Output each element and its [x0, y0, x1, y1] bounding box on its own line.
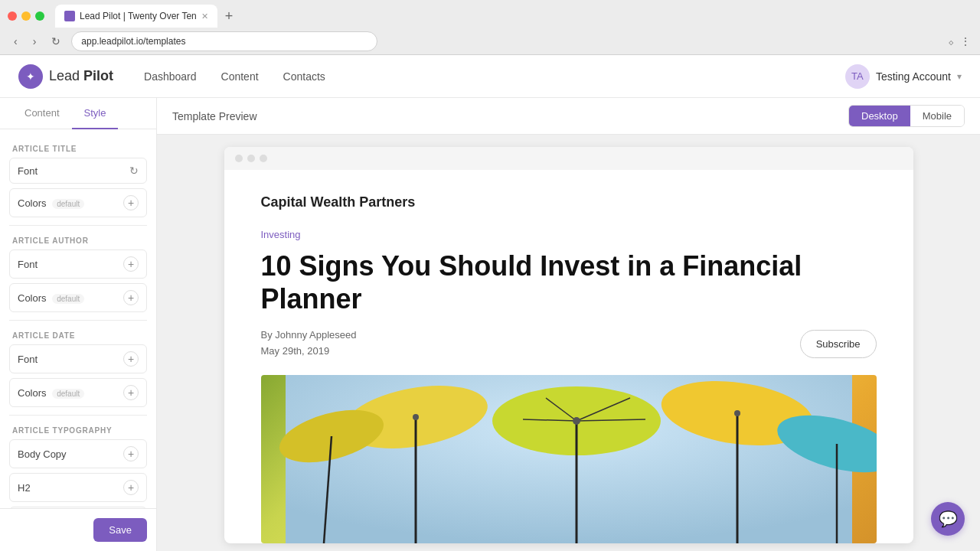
preview-dot-2: [247, 155, 255, 162]
browser-actions: ⬦ ⋮: [948, 35, 971, 47]
tab-title: Lead Pilot | Twenty Over Ten: [80, 11, 197, 21]
article-author-colors-plus[interactable]: +: [123, 290, 139, 305]
article-author-font-row[interactable]: Font +: [9, 249, 147, 279]
article-date-font-row[interactable]: Font +: [9, 344, 147, 373]
panel-body: ARTICLE TITLE Font ↻ Colors default + AR…: [0, 129, 156, 508]
article-preview: Capital Wealth Partners Investing 10 Sig…: [224, 170, 913, 543]
svg-point-17: [413, 414, 419, 420]
article-author-colors-badge: default: [52, 294, 84, 304]
h2-row[interactable]: H2 +: [9, 473, 147, 502]
body-copy-row[interactable]: Body Copy +: [9, 439, 147, 468]
section-article-author-label: ARTICLE AUTHOR: [9, 230, 147, 249]
content-area: Template Preview Desktop Mobile Capital …: [157, 98, 980, 551]
save-button[interactable]: Save: [93, 518, 147, 542]
tab-favicon: [64, 11, 75, 21]
article-meta: By Johnny Appleseed May 29th, 2019 Subsc…: [261, 328, 877, 360]
section-article-date-label: ARTICLE DATE: [9, 325, 147, 344]
article-date-colors-row[interactable]: Colors default +: [9, 378, 147, 407]
preview-area: Capital Wealth Partners Investing 10 Sig…: [157, 135, 980, 551]
close-dot[interactable]: [8, 11, 17, 21]
body-copy-label: Body Copy: [18, 448, 67, 460]
minimize-dot[interactable]: [21, 11, 31, 21]
window-controls: [8, 11, 44, 21]
article-title-font-label: Font: [18, 165, 38, 177]
nav-contacts[interactable]: Contacts: [283, 70, 325, 83]
tab-bar: Lead Pilot | Twenty Over Ten ✕ +: [0, 0, 980, 28]
user-name: Testing Account: [876, 70, 951, 83]
article-date-colors-plus[interactable]: +: [123, 385, 139, 400]
article-author-colors-label: Colors default: [18, 292, 84, 304]
article-title-colors-badge: default: [52, 199, 84, 209]
preview-dot-3: [260, 155, 267, 162]
fullscreen-dot[interactable]: [35, 11, 44, 21]
tab-style[interactable]: Style: [72, 98, 119, 129]
tab-content[interactable]: Content: [12, 98, 72, 129]
article-title-colors-row[interactable]: Colors default +: [9, 188, 147, 217]
chat-icon: 💬: [939, 510, 958, 528]
article-image: [261, 375, 877, 543]
app: Lead Pilot Dashboard Content Contacts TA…: [0, 55, 980, 551]
h2-label: H2: [18, 482, 31, 494]
content-header: Template Preview Desktop Mobile: [157, 98, 980, 135]
browser-tab[interactable]: Lead Pilot | Twenty Over Ten ✕: [55, 5, 217, 28]
h2-plus[interactable]: +: [123, 480, 139, 495]
article-date-font-label: Font: [18, 354, 38, 365]
new-tab-button[interactable]: +: [220, 8, 238, 24]
article-author-font-label: Font: [18, 259, 38, 270]
nav-links: Dashboard Content Contacts: [144, 70, 325, 83]
browser-chrome: Lead Pilot | Twenty Over Ten ✕ + ‹ › ↻ ⬦…: [0, 0, 980, 55]
article-title-colors-label: Colors default: [18, 197, 84, 209]
preview-dot-1: [235, 155, 243, 162]
preview-browser-bar: [224, 147, 913, 170]
nav-content[interactable]: Content: [221, 70, 259, 83]
article-author-colors-row[interactable]: Colors default +: [9, 283, 147, 312]
left-panel: Content Style ARTICLE TITLE Font ↻ Color…: [0, 98, 157, 551]
article-date-colors-badge: default: [52, 389, 84, 399]
article-author: By Johnny Appleseed: [261, 328, 357, 344]
section-article-typography-label: ARTICLE TYPOGRAPHY: [9, 420, 147, 439]
avatar: TA: [845, 64, 870, 89]
tab-close-icon[interactable]: ✕: [201, 11, 208, 21]
section-article-title-label: ARTICLE TITLE: [9, 139, 147, 158]
article-date-font-plus[interactable]: +: [123, 351, 139, 367]
nav-dashboard[interactable]: Dashboard: [144, 70, 197, 83]
top-nav: Lead Pilot Dashboard Content Contacts TA…: [0, 55, 980, 98]
logo-text: Lead Pilot: [49, 68, 113, 84]
desktop-view-button[interactable]: Desktop: [849, 106, 910, 126]
subscribe-button[interactable]: Subscribe: [800, 330, 877, 358]
article-title: 10 Signs You Should Invest in a Financia…: [261, 249, 877, 315]
main: Content Style ARTICLE TITLE Font ↻ Color…: [0, 98, 980, 551]
article-author-font-plus[interactable]: +: [123, 256, 139, 272]
article-title-colors-plus[interactable]: +: [123, 195, 139, 210]
chevron-down-icon: ▾: [957, 71, 962, 82]
more-options-icon[interactable]: ⋮: [960, 35, 971, 47]
chat-button[interactable]: 💬: [931, 502, 965, 536]
refresh-button[interactable]: ↻: [47, 34, 65, 49]
template-preview-title: Template Preview: [172, 110, 836, 122]
mobile-view-button[interactable]: Mobile: [910, 106, 964, 126]
preview-browser: Capital Wealth Partners Investing 10 Sig…: [224, 147, 913, 543]
forward-button[interactable]: ›: [28, 34, 41, 49]
article-date-colors-label: Colors default: [18, 387, 84, 399]
article-title-font-row[interactable]: Font ↻: [9, 158, 147, 184]
user-area: TA Testing Account ▾: [845, 64, 962, 89]
svg-point-16: [573, 417, 580, 425]
body-copy-plus[interactable]: +: [123, 446, 139, 461]
umbrella-image: [261, 375, 877, 543]
view-toggle: Desktop Mobile: [848, 105, 965, 127]
article-date: May 29th, 2019: [261, 344, 357, 360]
save-area: Save: [0, 508, 156, 551]
back-button[interactable]: ‹: [9, 34, 22, 49]
panel-tabs: Content Style: [0, 98, 156, 129]
article-site-name: Capital Wealth Partners: [261, 194, 877, 210]
bookmark-icon[interactable]: ⬦: [948, 35, 954, 47]
logo: Lead Pilot: [18, 64, 113, 89]
address-bar: ‹ › ↻ ⬦ ⋮: [0, 28, 980, 55]
address-input[interactable]: [71, 31, 377, 51]
logo-icon: [18, 64, 43, 89]
svg-point-18: [734, 410, 740, 416]
article-category: Investing: [261, 229, 877, 240]
article-meta-left: By Johnny Appleseed May 29th, 2019: [261, 328, 357, 360]
rotate-icon: ↻: [129, 165, 139, 177]
